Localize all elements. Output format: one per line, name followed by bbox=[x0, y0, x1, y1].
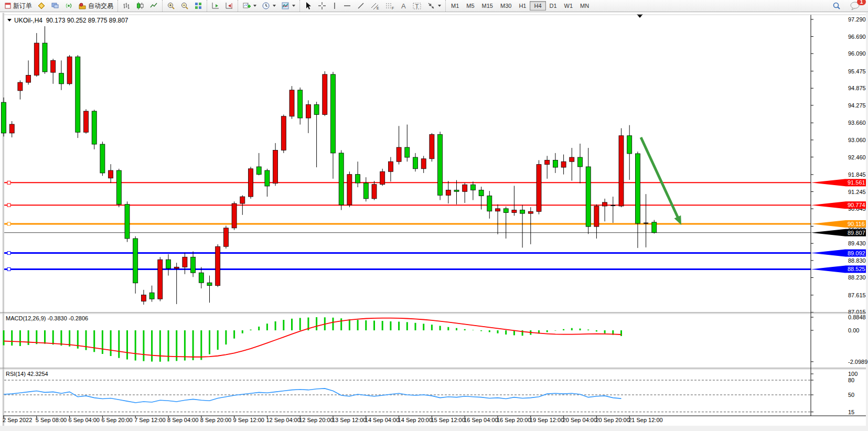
candle-body bbox=[372, 185, 377, 199]
new-order-button[interactable]: 新订单 bbox=[2, 0, 35, 12]
price-chart[interactable]: 97.29096.69096.09095.47594.87594.27593.6… bbox=[0, 0, 868, 431]
candle-body bbox=[249, 169, 253, 197]
indicators-button[interactable] bbox=[278, 0, 298, 12]
text-button[interactable]: A bbox=[397, 0, 410, 12]
svg-text:F: F bbox=[392, 6, 394, 10]
candle-body bbox=[397, 147, 401, 161]
line-handle[interactable] bbox=[7, 181, 10, 184]
price-axis-label: 96.090 bbox=[848, 50, 866, 57]
price-axis-label: 92.460 bbox=[848, 154, 866, 160]
line-handle[interactable] bbox=[7, 252, 10, 255]
gold-button[interactable] bbox=[35, 0, 48, 12]
timeframe-m5-button[interactable]: M5 bbox=[463, 2, 478, 10]
notifications-button[interactable]: 1 bbox=[847, 0, 863, 12]
line-handle[interactable] bbox=[7, 222, 10, 225]
trendline-icon bbox=[357, 2, 365, 10]
text-icon: A bbox=[400, 2, 407, 10]
bar-chart-button[interactable] bbox=[120, 0, 133, 12]
timeframe-m30-button[interactable]: M30 bbox=[497, 2, 515, 10]
auto-scroll-button[interactable] bbox=[209, 0, 222, 12]
time-axis-label: 20 Sep 20:00 bbox=[595, 417, 629, 423]
price-axis-label: 96.690 bbox=[848, 34, 866, 40]
line-handle[interactable] bbox=[7, 203, 10, 207]
horizontal-line-button[interactable] bbox=[340, 0, 354, 12]
time-axis-label: 5 Sep 08:00 bbox=[36, 417, 67, 423]
doji-body bbox=[610, 205, 615, 206]
candle-body bbox=[430, 135, 434, 159]
candle-body bbox=[463, 185, 467, 191]
macd-axis-label: 0.8848 bbox=[848, 314, 866, 320]
chevron-down-icon bbox=[292, 5, 295, 7]
svg-text:E: E bbox=[377, 6, 379, 10]
line-chart-button[interactable] bbox=[147, 0, 160, 12]
rsi-axis-label: 15 bbox=[848, 409, 854, 415]
candle-body bbox=[116, 170, 121, 204]
candle-body bbox=[421, 159, 426, 169]
candle-body bbox=[496, 209, 500, 211]
trendline-button[interactable] bbox=[354, 0, 368, 12]
price-axis-label: 93.660 bbox=[848, 120, 866, 126]
candle-body bbox=[479, 190, 484, 196]
zoom-in-button[interactable] bbox=[164, 0, 178, 12]
candle-body bbox=[586, 167, 591, 227]
search-button[interactable] bbox=[829, 0, 844, 12]
candle-body bbox=[265, 170, 270, 186]
candle-body bbox=[232, 203, 237, 228]
text-label-button[interactable]: T bbox=[410, 0, 424, 12]
timeframe-w1-button[interactable]: W1 bbox=[561, 2, 577, 10]
timeframe-h4-button[interactable]: H4 bbox=[530, 1, 545, 10]
candle-body bbox=[503, 209, 508, 213]
periods-button[interactable] bbox=[259, 0, 278, 12]
candle-body bbox=[512, 210, 517, 213]
candle-body bbox=[166, 260, 171, 268]
chevron-down-icon bbox=[438, 5, 441, 7]
timeframe-m15-button[interactable]: M15 bbox=[478, 2, 497, 10]
candle-body bbox=[331, 74, 336, 153]
candle-body bbox=[240, 197, 245, 203]
line-handle[interactable] bbox=[7, 267, 10, 271]
timeframe-mn-button[interactable]: MN bbox=[576, 2, 593, 10]
chart-shift-button[interactable] bbox=[222, 0, 236, 12]
arrows-button[interactable] bbox=[424, 0, 444, 12]
time-axis-label: 12 Sep 04:00 bbox=[266, 417, 300, 423]
candle-body bbox=[619, 136, 624, 206]
price-label-text: 89.807 bbox=[848, 230, 865, 236]
candle-body bbox=[42, 43, 47, 72]
trade-group: 新订单 自动交易 bbox=[0, 0, 117, 12]
timeframe-m1-button[interactable]: M1 bbox=[447, 2, 463, 10]
auto-trading-label: 自动交易 bbox=[88, 2, 113, 10]
price-label-text: 91.561 bbox=[848, 179, 865, 186]
crosshair-button[interactable] bbox=[315, 0, 329, 12]
indicators-icon bbox=[281, 2, 290, 10]
candle-body bbox=[26, 76, 31, 83]
candle-body bbox=[363, 183, 368, 199]
timeframe-d1-button[interactable]: D1 bbox=[546, 2, 561, 10]
candle-body bbox=[92, 111, 97, 144]
svg-text:A: A bbox=[401, 2, 406, 10]
candle-body bbox=[281, 116, 286, 150]
fibonacci-button[interactable]: F bbox=[382, 0, 397, 12]
tile-windows-button[interactable] bbox=[191, 0, 205, 12]
candlestick-chart-button[interactable] bbox=[133, 0, 147, 12]
new-chart-button[interactable] bbox=[240, 0, 259, 12]
vertical-line-icon bbox=[331, 2, 338, 10]
cursor-button[interactable] bbox=[302, 0, 315, 12]
rsi-axis-label: 80 bbox=[848, 377, 854, 383]
candle-body bbox=[207, 283, 212, 285]
timeframe-h1-button[interactable]: H1 bbox=[515, 2, 530, 10]
signals-button[interactable] bbox=[62, 0, 76, 12]
candle-body bbox=[652, 222, 657, 233]
candle-body bbox=[470, 185, 475, 190]
candle-body bbox=[100, 144, 105, 173]
price-axis-label: 88.230 bbox=[848, 274, 866, 281]
chart-type-group bbox=[117, 0, 162, 12]
channel-button[interactable]: E bbox=[368, 0, 382, 12]
drawing-tools-group: E F A T bbox=[299, 0, 445, 12]
vertical-line-button[interactable] bbox=[329, 0, 340, 12]
time-axis-label: 14 Sep 04:00 bbox=[365, 417, 399, 423]
zoom-out-button[interactable] bbox=[178, 0, 191, 12]
candle-body bbox=[109, 170, 113, 178]
auto-trading-button[interactable]: 自动交易 bbox=[76, 0, 116, 12]
notification-badge: 1 bbox=[857, 0, 866, 5]
terminal-button[interactable] bbox=[48, 0, 62, 12]
